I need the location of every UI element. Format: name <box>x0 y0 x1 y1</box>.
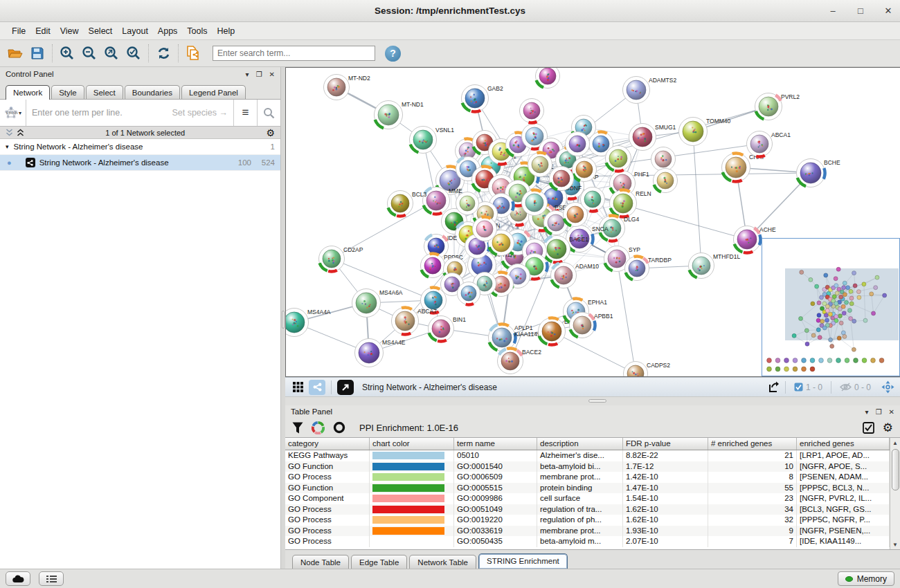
table-row[interactable]: KEGG Pathways05010Alzheimer's dise...8.8… <box>285 450 900 461</box>
network-node-gab2[interactable]: GAB2 <box>462 85 503 112</box>
export-network-button[interactable] <box>766 380 782 395</box>
network-node-smug1[interactable]: SMUG1 <box>629 124 676 151</box>
network-node-mt-nd2[interactable]: MT-ND2 <box>324 75 370 100</box>
network-node-mt-nd1[interactable]: MT-ND1 <box>375 101 424 129</box>
search-input[interactable] <box>213 46 375 61</box>
network-node[interactable] <box>550 167 574 191</box>
string-term-input[interactable]: Enter one term per line. Set species → <box>26 108 233 118</box>
network-node[interactable] <box>651 147 676 172</box>
network-node-bace2[interactable]: BACE2 <box>498 348 542 374</box>
table-row[interactable]: GO FunctionGO:0001540beta-amyloid bi...1… <box>285 461 900 472</box>
cloud-tasks-button[interactable] <box>6 571 30 586</box>
birds-eye-toggle-button[interactable] <box>337 380 354 395</box>
table-row[interactable]: GO ProcessGO:0050435beta-amyloid m...2.0… <box>285 536 900 547</box>
maximize-button[interactable]: □ <box>856 6 865 16</box>
network-node[interactable] <box>566 132 590 156</box>
table-row[interactable]: GO ProcessGO:0019220regulation of ph...1… <box>285 515 900 526</box>
menu-view[interactable]: View <box>55 24 84 38</box>
network-node-bcl3[interactable]: BCL3 <box>388 191 427 217</box>
menu-edit[interactable]: Edit <box>30 24 55 38</box>
network-node-apbb1[interactable]: APBB1 <box>570 313 613 338</box>
network-node-vsnl1[interactable]: VSNL1 <box>410 127 455 154</box>
column-header[interactable]: FDR p-value <box>623 438 708 450</box>
panel-close-icon[interactable]: ✕ <box>269 71 275 78</box>
grid-view-button[interactable] <box>289 380 306 395</box>
table-panel-menu-icon[interactable]: ▾ <box>865 408 869 416</box>
network-node-bche[interactable]: BCHE <box>797 159 840 187</box>
open-session-button[interactable] <box>4 43 26 64</box>
enrichment-chart-icon[interactable] <box>312 421 325 434</box>
menu-layout[interactable]: Layout <box>117 24 153 38</box>
table-row[interactable]: GO FunctionGO:0005515protein binding1.47… <box>285 483 900 494</box>
network-node[interactable] <box>536 68 560 89</box>
table-scrollbar[interactable]: ▲ ▼ <box>890 438 900 549</box>
expand-all-icon[interactable] <box>17 129 24 137</box>
zoom-in-button[interactable] <box>56 43 78 64</box>
table-row[interactable]: GO ProcessGO:0033619membrane prot...1.93… <box>285 526 900 537</box>
network-from-clipboard-button[interactable] <box>182 43 204 64</box>
gear-icon[interactable]: ⚙ <box>266 127 275 138</box>
pan-tool-button[interactable] <box>879 380 896 395</box>
tree-expand-icon[interactable]: ▾ <box>6 143 9 150</box>
table-panel-float-icon[interactable]: ❐ <box>876 408 882 416</box>
navigator-viewport[interactable] <box>785 268 899 340</box>
network-row-selected[interactable]: ● String Network - Alzheimer's disease 1… <box>0 155 280 171</box>
tab-boundaries[interactable]: Boundaries <box>125 85 180 99</box>
zoom-selected-button[interactable] <box>123 43 145 64</box>
tab-node-table[interactable]: Node Table <box>292 555 349 569</box>
network-node[interactable] <box>573 158 597 182</box>
network-node-aplp1[interactable]: APLP1KIAA1149 <box>489 324 541 351</box>
network-node[interactable] <box>520 99 544 123</box>
table-row[interactable]: GO ProcessGO:0051049regulation of tra...… <box>285 504 900 515</box>
table-splitter-handle[interactable] <box>588 399 606 403</box>
column-header[interactable]: term name <box>454 438 537 450</box>
network-node-cd2ap[interactable]: CD2AP <box>319 246 363 272</box>
network-node-adam10[interactable]: ADAM10 <box>551 263 600 288</box>
network-node-abca1[interactable]: ABCA1 <box>747 131 791 157</box>
splitter-handle[interactable] <box>282 311 285 329</box>
string-options-button[interactable]: ≡ <box>233 100 257 126</box>
network-collection-row[interactable]: ▾ String Network - Alzheimer's disease 1 <box>0 139 280 155</box>
string-source-dropdown[interactable]: STRING ▾ <box>0 100 26 126</box>
birds-eye-view[interactable] <box>762 238 900 376</box>
tab-legend-panel[interactable]: Legend Panel <box>181 85 246 99</box>
help-button[interactable]: ? <box>385 46 401 62</box>
ring-chart-icon[interactable] <box>333 421 345 434</box>
menu-apps[interactable]: Apps <box>153 24 183 38</box>
tab-network[interactable]: Network <box>6 85 50 100</box>
network-node-bin1[interactable]: BIN1 <box>429 316 467 342</box>
network-node[interactable] <box>456 192 479 215</box>
refresh-button[interactable] <box>152 43 174 64</box>
menu-help[interactable]: Help <box>213 24 240 38</box>
menu-tools[interactable]: Tools <box>182 24 212 38</box>
table-row[interactable]: GO ProcessGO:0006509membrane prot...1.42… <box>285 472 900 483</box>
network-node-tardbp[interactable]: TARDBP <box>625 256 672 280</box>
panel-menu-icon[interactable]: ▾ <box>246 71 249 78</box>
task-history-button[interactable] <box>39 571 64 586</box>
network-node[interactable] <box>581 187 605 212</box>
zoom-out-button[interactable] <box>78 43 100 64</box>
select-columns-icon[interactable] <box>863 422 874 434</box>
tab-edge-table[interactable]: Edge Table <box>351 555 407 569</box>
network-node-cadps2[interactable]: CADPS2 <box>624 362 671 378</box>
string-view-button[interactable] <box>309 380 325 395</box>
scroll-up-icon[interactable]: ▲ <box>892 438 898 448</box>
menu-select[interactable]: Select <box>84 24 118 38</box>
table-panel-close-icon[interactable]: ✕ <box>889 408 894 416</box>
table-row[interactable]: GO ComponentGO:0009986cell surface1.54E-… <box>285 493 900 504</box>
tab-network-table[interactable]: Network Table <box>409 555 476 569</box>
network-node[interactable] <box>654 169 678 193</box>
scrollbar-thumb[interactable] <box>892 449 899 490</box>
panel-float-icon[interactable]: ❐ <box>256 71 262 78</box>
table-splitter[interactable] <box>285 396 900 405</box>
network-node[interactable] <box>522 190 548 215</box>
network-node[interactable] <box>606 146 631 172</box>
table-settings-gear-icon[interactable]: ⚙ <box>883 421 893 435</box>
network-node-tomm40[interactable]: TOMM40 <box>679 118 731 146</box>
network-view[interactable]: MT-ND2MT-ND1VSNL1GAB2IRS1ADAMTS2PVRL2TOM… <box>285 67 900 377</box>
tab-style[interactable]: Style <box>51 85 84 99</box>
network-node-ms4a4a[interactable]: MS4A4A <box>286 309 331 337</box>
string-search-button[interactable] <box>257 100 280 126</box>
save-session-button[interactable] <box>26 43 48 64</box>
network-node-pvrl2[interactable]: PVRL2 <box>755 93 800 120</box>
